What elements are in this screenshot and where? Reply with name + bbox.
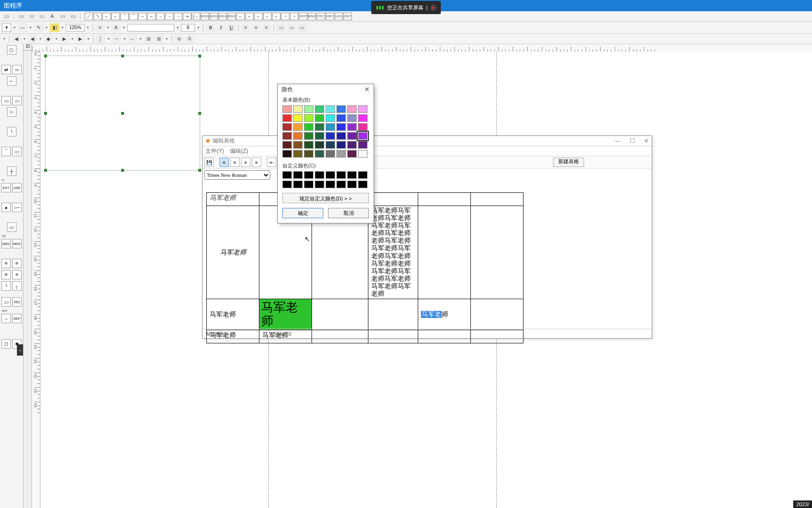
selection-box[interactable] — [45, 56, 200, 171]
custom-color-swatch[interactable] — [326, 171, 335, 179]
color-swatch[interactable] — [358, 150, 367, 158]
custom-color-swatch[interactable] — [336, 171, 346, 179]
align-justify-btn[interactable]: ≡ — [252, 158, 261, 167]
align-center-btn[interactable]: ≡ — [230, 158, 240, 167]
custom-color-swatch[interactable] — [304, 171, 313, 179]
color-swatch[interactable] — [315, 123, 324, 131]
tool-btn[interactable]: ▭ — [68, 12, 78, 21]
custom-color-swatch[interactable] — [293, 181, 303, 188]
color-swatch[interactable] — [358, 114, 367, 122]
align-right-btn[interactable]: ≡ — [262, 24, 271, 32]
dropdown-icon[interactable]: ▾ — [2, 35, 7, 43]
align-center-btn[interactable]: ≡ — [251, 24, 261, 32]
connector-icon[interactable]: ⌒ — [120, 13, 129, 20]
color-swatch[interactable] — [336, 150, 346, 158]
palette-btn[interactable]: ⬭ — [7, 107, 16, 117]
connector-icon[interactable]: ⌐ — [254, 13, 263, 20]
color-swatch[interactable] — [315, 114, 324, 122]
arrange-btn[interactable]: ◀ — [28, 35, 37, 43]
palette-btn[interactable]: → — [1, 314, 11, 323]
custom-color-swatch[interactable] — [347, 181, 357, 188]
table-cell[interactable] — [471, 299, 523, 330]
connector-icon[interactable]: REF — [326, 13, 334, 20]
tool-btn[interactable]: ▭ — [2, 12, 11, 21]
table-cell[interactable] — [368, 193, 418, 206]
connector-icon[interactable]: ⌐ — [236, 13, 245, 20]
connector-icon[interactable]: MSG — [219, 13, 227, 20]
maximize-button[interactable]: ☐ — [630, 137, 635, 144]
connector-icon[interactable]: ⌐ — [263, 13, 272, 20]
palette-btn[interactable]: DEP — [12, 314, 22, 323]
connector-icon[interactable]: MSG — [210, 13, 218, 20]
arrange-btn[interactable]: │ — [96, 35, 105, 43]
line-color-btn[interactable]: ― — [18, 24, 27, 32]
palette-btn[interactable]: ○─ — [12, 203, 22, 212]
palette-btn[interactable]: ⬡ — [1, 339, 11, 349]
palette-btn[interactable]: ⌐ — [7, 76, 16, 86]
dropdown-icon[interactable]: ▾ — [44, 24, 49, 32]
custom-color-swatch[interactable] — [336, 181, 346, 188]
custom-color-swatch[interactable] — [293, 171, 303, 179]
palette-btn[interactable]: ⇄ — [1, 65, 11, 74]
resize-handle[interactable] — [121, 55, 124, 57]
color-swatch[interactable] — [304, 105, 313, 113]
connector-icon[interactable]: ⌒ — [129, 13, 138, 20]
arrange-btn[interactable]: ⊞ — [154, 35, 164, 43]
table-cell[interactable]: 马军老师马军老师马军老师马军老师马军老师马军老师老师马军老师马军老师马军老师马军… — [368, 206, 418, 299]
table-cell[interactable]: 马军老师 — [207, 299, 259, 330]
color-swatch[interactable] — [326, 150, 335, 158]
dropdown-icon[interactable]: ▾ — [106, 24, 110, 32]
color-swatch[interactable] — [282, 132, 292, 140]
color-swatch[interactable] — [347, 123, 357, 131]
tool-btn[interactable]: ▭ — [58, 12, 67, 21]
table-cell[interactable]: 马军老师 — [207, 206, 259, 299]
connector-icon[interactable]: → — [165, 13, 173, 20]
color-swatch[interactable] — [326, 141, 335, 149]
arrange-btn[interactable]: ▶ — [60, 35, 69, 43]
align-right-btn[interactable]: ≡ — [241, 158, 250, 167]
resize-handle[interactable] — [121, 169, 124, 172]
close-icon[interactable]: ✕ — [364, 86, 370, 93]
color-swatch[interactable] — [326, 105, 335, 113]
custom-color-swatch[interactable] — [347, 171, 357, 179]
menu-edit[interactable]: 编辑(Z) — [230, 147, 248, 155]
bold-btn[interactable]: B — [206, 24, 215, 32]
arrange-btn[interactable]: ◆ — [44, 35, 53, 43]
font-size-input[interactable] — [181, 24, 195, 32]
color-swatch[interactable] — [347, 132, 357, 140]
connector-icon[interactable]: ⇢ — [183, 13, 191, 20]
arrange-btn[interactable]: ▶ — [76, 35, 85, 43]
color-swatch[interactable] — [336, 132, 346, 140]
connector-icon[interactable]: DEP — [299, 13, 307, 20]
connector-icon[interactable]: USG — [335, 13, 343, 20]
dropdown-icon[interactable]: ▾ — [196, 24, 201, 32]
table-cell[interactable]: 马军老师 — [418, 299, 471, 330]
connector-icon[interactable]: ⌐ — [111, 13, 120, 20]
palette-collapse[interactable]: ‹ — [17, 344, 23, 356]
palette-btn[interactable]: EXT — [1, 183, 11, 192]
custom-color-swatch[interactable] — [326, 181, 335, 188]
color-swatch[interactable] — [358, 105, 367, 113]
palette-btn[interactable]: ▭ — [1, 297, 11, 307]
palette-btn[interactable]: TRC — [12, 297, 22, 307]
font-name-input[interactable] — [127, 24, 174, 32]
resize-handle[interactable] — [198, 169, 201, 172]
dropdown-icon[interactable]: ▾ — [86, 24, 90, 32]
palette-btn[interactable]: ● — [1, 203, 11, 212]
connector-icon[interactable]: DEP — [344, 13, 352, 20]
connector-icon[interactable]: ～ — [290, 13, 298, 20]
dialog-titlebar[interactable]: 颜色 ✕ — [278, 84, 374, 95]
font-name-select[interactable]: Times New Roman — [204, 170, 270, 180]
color-swatch[interactable] — [304, 132, 313, 140]
color-swatch[interactable] — [347, 141, 357, 149]
table-cell[interactable] — [418, 206, 471, 299]
color-swatch[interactable] — [336, 105, 346, 113]
table-cell[interactable] — [312, 299, 368, 330]
table-cell[interactable]: 马军老师 — [207, 193, 259, 206]
arrange-btn[interactable]: ① — [185, 35, 194, 43]
color-swatch[interactable] — [326, 132, 335, 140]
italic-btn[interactable]: I — [216, 24, 226, 32]
connector-icon[interactable]: ～ — [281, 13, 289, 20]
align-btn[interactable]: ≡ — [95, 24, 105, 32]
resize-handle[interactable] — [198, 112, 201, 115]
